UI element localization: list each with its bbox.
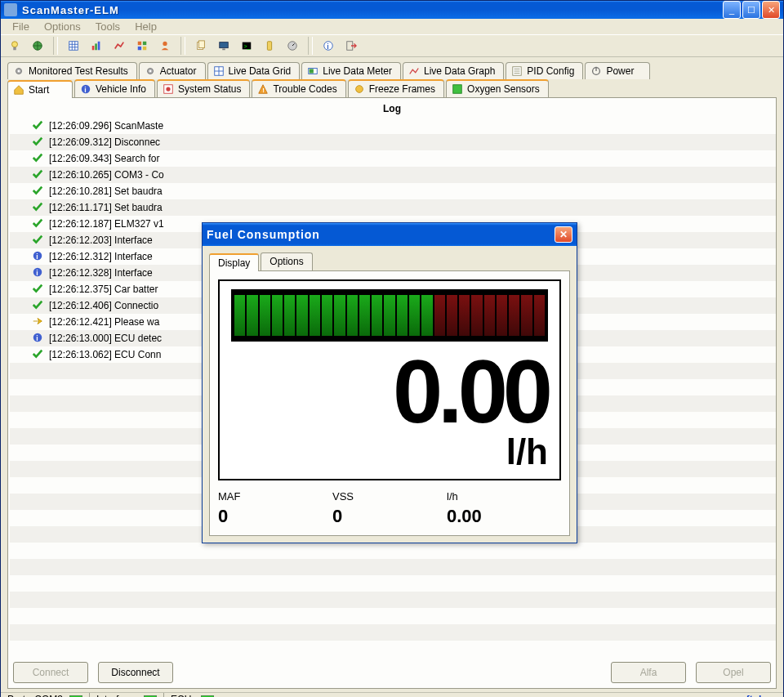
- svg-text:i: i: [36, 268, 38, 276]
- minimize-button[interactable]: _: [723, 1, 741, 19]
- gear-icon: [13, 65, 24, 77]
- tab-pid-config[interactable]: PID Config: [506, 62, 583, 79]
- svg-rect-3: [69, 42, 78, 51]
- tab-live-data-graph[interactable]: Live Data Graph: [403, 62, 504, 79]
- dialog-title: Fuel Consumption: [207, 228, 320, 241]
- log-text: [12:26:09.343] Search for: [49, 153, 159, 164]
- tb-terminal-icon[interactable]: >_: [238, 37, 256, 55]
- dialog-tab-options[interactable]: Options: [261, 252, 312, 270]
- list-icon: [511, 65, 523, 77]
- log-text: [12:26:12.328] Interface: [49, 267, 153, 279]
- tb-device-icon[interactable]: [261, 37, 278, 55]
- dialog-close-button[interactable]: ✕: [555, 226, 572, 243]
- toolbar: >_ i: [1, 34, 783, 57]
- tab-start[interactable]: Start: [7, 80, 73, 98]
- svg-text:!: !: [263, 87, 265, 94]
- log-line[interactable]: [12:26:11.171] Set baudra: [10, 199, 776, 216]
- dialog-titlebar[interactable]: Fuel Consumption ✕: [203, 223, 577, 246]
- led-seg: [459, 295, 470, 336]
- status-link[interactable]: www.wgsoft.de: [696, 694, 767, 697]
- tb-gauge-icon[interactable]: [283, 37, 301, 55]
- tab-trouble-codes[interactable]: !Trouble Codes: [252, 79, 345, 97]
- tb-copy-icon[interactable]: [192, 37, 210, 55]
- menu-tools[interactable]: Tools: [89, 19, 127, 34]
- svg-text:i: i: [36, 333, 38, 342]
- tab-system-status[interactable]: System Status: [157, 79, 250, 97]
- log-text: [12:26:09.296] ScanMaste: [49, 120, 163, 132]
- svg-rect-18: [267, 42, 271, 51]
- fuel-consumption-dialog: Fuel Consumption ✕ Display Options 0.00 …: [202, 222, 577, 543]
- tab-oxygen-sensors[interactable]: Oxygen Sensors: [446, 79, 549, 97]
- log-line-empty: [10, 575, 776, 592]
- close-button[interactable]: ✕: [762, 1, 780, 19]
- log-line-empty: [10, 543, 776, 559]
- log-line[interactable]: [12:26:09.343] Search for: [10, 150, 776, 167]
- tb-app-icon[interactable]: [133, 37, 151, 55]
- log-text: [12:26:13.062] ECU Conn: [49, 349, 161, 360]
- disconnect-button[interactable]: Disconnect: [98, 662, 173, 683]
- log-text: [12:26:12.406] Connectio: [49, 300, 158, 311]
- log-line-empty: [10, 641, 776, 657]
- led-seg: [497, 295, 507, 336]
- log-line[interactable]: [12:26:10.265] COM3 - Co: [10, 167, 776, 183]
- log-text: [12:26:10.265] COM3 - Co: [49, 169, 164, 181]
- readout-value: 0.00: [447, 506, 561, 527]
- led-seg: [296, 295, 307, 336]
- tb-graph-icon[interactable]: [110, 37, 128, 55]
- tab-live-data-grid[interactable]: Live Data Grid: [207, 62, 301, 79]
- app-icon: [4, 3, 17, 16]
- tb-lamp-icon[interactable]: [6, 37, 24, 55]
- tab-live-data-meter[interactable]: Live Data Meter: [301, 62, 401, 79]
- log-text: [12:26:10.281] Set baudra: [49, 185, 163, 197]
- log-line[interactable]: [12:26:10.281] Set baudra: [10, 183, 776, 199]
- tb-exit-icon[interactable]: [342, 37, 360, 55]
- tab-power[interactable]: Power: [585, 62, 650, 79]
- tab-freeze-frames[interactable]: Freeze Frames: [348, 79, 444, 97]
- tab-actuator[interactable]: Actuator: [139, 62, 206, 79]
- readout-value: 0: [218, 506, 332, 527]
- svg-rect-14: [220, 42, 229, 48]
- dialog-tab-display[interactable]: Display: [209, 253, 259, 271]
- tb-grid-icon[interactable]: [65, 37, 82, 55]
- led-seg: [534, 295, 545, 336]
- tb-globe-icon[interactable]: [29, 37, 47, 55]
- led-seg: [334, 295, 345, 336]
- status-port: COM3: [34, 694, 63, 697]
- check-icon: [31, 217, 44, 231]
- check-icon: [31, 119, 44, 133]
- menu-file[interactable]: File: [6, 19, 36, 34]
- led-seg: [521, 295, 532, 336]
- log-line[interactable]: [12:26:09.296] ScanMaste: [10, 118, 776, 134]
- led-bar: [231, 289, 548, 342]
- readout: l/h0.00: [447, 490, 561, 527]
- alfa-button: Alfa: [611, 662, 686, 683]
- main-window: ScanMaster-ELM _ ☐ ✕ File Options Tools …: [0, 0, 784, 697]
- svg-rect-8: [143, 42, 146, 45]
- maximize-button[interactable]: ☐: [742, 1, 760, 19]
- readouts: MAF0VSS0l/h0.00: [218, 490, 561, 527]
- titlebar[interactable]: ScanMaster-ELM _ ☐ ✕: [1, 1, 783, 19]
- svg-point-39: [355, 86, 363, 93]
- check-icon: [31, 136, 44, 150]
- svg-point-0: [12, 42, 18, 47]
- tab-vehicle-info[interactable]: iVehicle Info: [74, 79, 155, 97]
- menu-help[interactable]: Help: [128, 19, 163, 34]
- tb-screen-icon[interactable]: [215, 37, 233, 55]
- tb-user-icon[interactable]: [156, 37, 174, 55]
- tab-monitored-test-results[interactable]: Monitored Test Results: [7, 62, 137, 79]
- readout-label: MAF: [218, 490, 332, 503]
- log-text: [12:26:13.000] ECU detec: [49, 333, 162, 344]
- menu-options[interactable]: Options: [38, 19, 87, 34]
- graph-icon: [408, 65, 420, 77]
- tb-info-icon[interactable]: i: [319, 37, 337, 55]
- info-icon: i: [31, 266, 44, 280]
- svg-point-37: [166, 87, 170, 91]
- svg-point-27: [149, 70, 152, 73]
- readout-value: 0: [332, 506, 447, 527]
- tab-row-upper: Monitored Test ResultsActuatorLive Data …: [7, 62, 777, 79]
- log-line[interactable]: [12:26:09.312] Disconnec: [10, 134, 776, 150]
- svg-rect-4: [92, 46, 95, 50]
- svg-rect-5: [95, 43, 97, 50]
- tb-bars-icon[interactable]: [87, 37, 105, 55]
- info-icon: i: [31, 332, 44, 346]
